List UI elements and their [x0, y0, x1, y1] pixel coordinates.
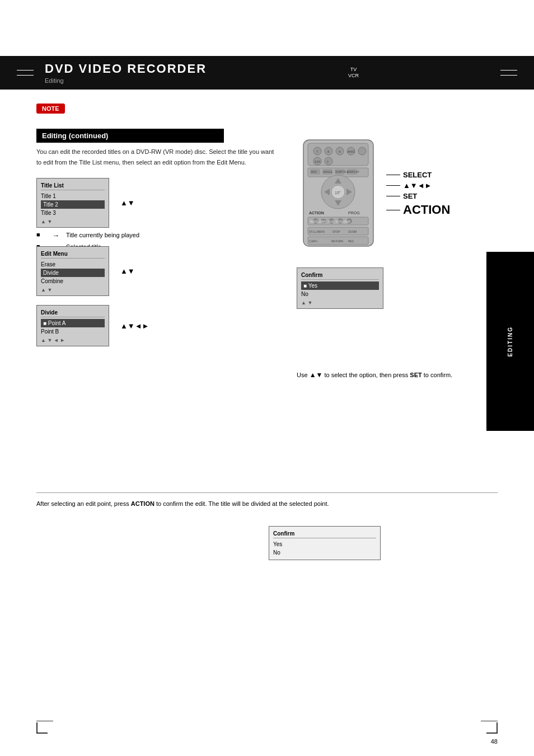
body-text-right: Use ▲▼ to select the option, then press …	[297, 369, 476, 381]
footer-corner-left	[36, 722, 48, 734]
action-label: ACTION	[403, 203, 450, 217]
svg-text:STLL/JWA/5: STLL/JWA/5	[309, 230, 325, 233]
header-subtitle: Editing	[45, 77, 207, 84]
svg-text:ANGLE: ANGLE	[323, 170, 333, 173]
right-screen-box-container: Confirm ■ Yes No ▲ ▼	[297, 267, 383, 309]
screen-nav-2: ▲ ▼	[41, 287, 105, 293]
svg-point-6	[358, 147, 366, 155]
page-number: 48	[491, 738, 498, 745]
header-tv-vcr: TVVCR	[348, 67, 359, 79]
screen-box-3-container: Divide ■ Point A Point B ▲ ▼ ◄ ► ▲▼◄►	[36, 305, 149, 346]
bsb-yes: Yes	[273, 540, 376, 548]
screen-box-2-container: Edit Menu Erase Divide Combine ▲ ▼ ▲▼	[36, 246, 135, 296]
screen-row-3: Title 3	[41, 209, 105, 217]
bottom-divider	[36, 492, 498, 493]
svg-text:FR/SLOWA: FR/SLOWA	[336, 220, 351, 223]
bullet-icon-1: ■	[36, 231, 45, 238]
right-screen-box: Confirm ■ Yes No ▲ ▼	[297, 267, 383, 309]
screen-box-1-container: Title List Title 1 Title 2 Title 3 ▲ ▼ ▲…	[36, 178, 139, 255]
screen-row-pointb: Point B	[41, 327, 105, 336]
bullet-arrow-1: →	[52, 231, 59, 240]
screen-nav-3: ▲ ▼ ◄ ►	[41, 337, 105, 343]
screen-nav-1: ▲ ▼	[41, 219, 105, 224]
screen-row-combine: Combine	[41, 277, 105, 285]
svg-text:PROG: PROG	[348, 211, 360, 215]
screen-row-divide-title: Divide	[41, 308, 105, 317]
screen-row-1: Title 1	[41, 192, 105, 200]
footer-line-left-top	[36, 721, 53, 721]
footer-corner-right	[486, 722, 498, 734]
select-label: SELECT	[403, 171, 432, 179]
svg-text:REC: REC	[348, 240, 354, 243]
screen-row-title: Title List	[41, 181, 105, 190]
bottom-section: After selecting an edit point, press ACT…	[36, 492, 498, 509]
header-title: DVD VIDEO RECORDER	[45, 62, 207, 76]
step2-arrow: ▲▼	[120, 267, 135, 275]
svg-point-12	[325, 157, 332, 165]
footer-line-right-top	[481, 721, 498, 721]
bottom-screen-box-container: Confirm Yes No	[269, 526, 381, 560]
screen-row-erase: Erase	[41, 260, 105, 269]
footer-left	[36, 721, 53, 734]
footer-right	[481, 721, 498, 734]
remote-labels: SELECT ▲▼◄► SET ACTION	[386, 171, 450, 219]
bsb-title: Confirm	[273, 529, 376, 538]
rs-yes: ■ Yes	[301, 281, 379, 290]
svg-text:ANG: ANG	[348, 150, 355, 153]
svg-text:RETURN: RETURN	[331, 240, 343, 243]
svg-text:DISPLAY: DISPLAY	[348, 170, 359, 173]
inline-arrow-updown: ▲▼	[310, 371, 323, 379]
bullet-text-1: Title currently being played	[66, 231, 139, 240]
sidebar-bar: EDITING	[486, 252, 534, 431]
rs-nav: ▲ ▼	[301, 300, 379, 306]
rs-title: Confirm	[301, 271, 379, 280]
screen-row-2-selected: Title 2	[41, 200, 105, 209]
screen-box-2: Edit Menu Erase Divide Combine ▲ ▼	[36, 246, 109, 296]
svg-text:15°: 15°	[335, 191, 341, 195]
bsb-no: No	[273, 548, 376, 557]
screen-row-editmenu-title: Edit Menu	[41, 250, 105, 259]
remote-illustration: 7 8 9 ANG 100 0 ADD ANGLE SUBTITLE DISPL…	[298, 139, 379, 248]
body-text-top: You can edit the recorded titles on a DV…	[36, 147, 277, 171]
arrow-label: ▲▼◄►	[403, 181, 432, 190]
step1-arrow: ▲▼	[120, 199, 135, 207]
svg-text:PLAY: PLAY	[328, 220, 335, 223]
bottom-screen-box: Confirm Yes No	[269, 526, 381, 560]
screen-box-3: Divide ■ Point A Point B ▲ ▼ ◄ ►	[36, 305, 109, 346]
screen-row-divide-selected: Divide	[41, 269, 105, 277]
svg-text:0: 0	[327, 160, 329, 163]
step3-arrow: ▲▼◄►	[120, 322, 149, 330]
section-header: Editing (continued)	[36, 129, 224, 143]
step-bullet-row-1: ■ → Title currently being played	[36, 231, 139, 240]
svg-text:CJAP+: CJAP+	[309, 240, 318, 243]
bottom-text: After selecting an edit point, press ACT…	[36, 499, 498, 509]
header-corner-mark-left	[17, 70, 34, 76]
svg-text:ACTION: ACTION	[309, 211, 324, 215]
screen-row-pointa-selected: ■ Point A	[41, 319, 105, 327]
svg-text:ZOOM: ZOOM	[348, 230, 357, 233]
rs-no: No	[301, 290, 379, 298]
header-corner-mark-right	[500, 70, 517, 76]
note-badge: NOTE	[36, 104, 65, 114]
svg-text:SUBTITLE: SUBTITLE	[335, 170, 349, 173]
svg-text:RW/SLOWA: RW/SLOWA	[310, 220, 326, 223]
sidebar-text: EDITING	[507, 326, 513, 357]
svg-text:STOP: STOP	[332, 230, 340, 233]
header-left: DVD VIDEO RECORDER Editing	[17, 62, 207, 84]
svg-text:100: 100	[315, 160, 321, 163]
screen-box-1: Title List Title 1 Title 2 Title 3 ▲ ▼	[36, 178, 109, 228]
svg-text:ADD: ADD	[311, 170, 317, 173]
set-label: SET	[403, 192, 417, 200]
header-bar: DVD VIDEO RECORDER Editing TVVCR	[0, 56, 534, 90]
